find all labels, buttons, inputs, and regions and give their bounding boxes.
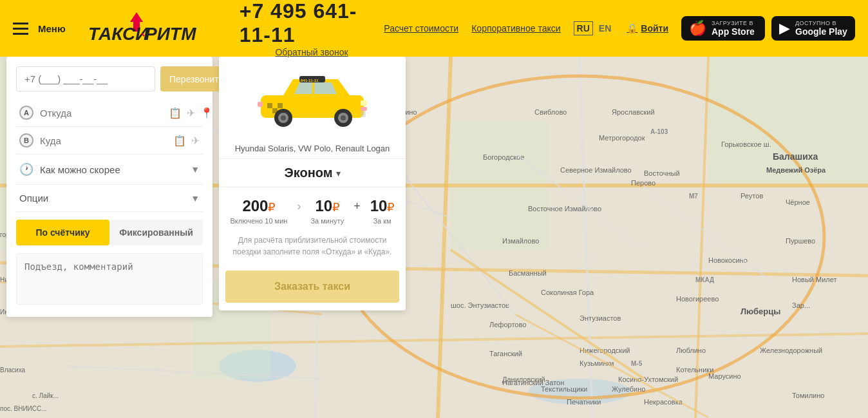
svg-text:641-11-11: 641-11-11 — [301, 79, 319, 82]
tab-fixed[interactable]: Фиксированный — [109, 220, 203, 245]
phone-input-row: Перезвонить — [16, 66, 203, 91]
appstore-sub: Загрузите в — [712, 20, 755, 26]
price-km-rub: ₽ — [387, 201, 394, 214]
time-chevron-icon: ▼ — [191, 164, 200, 175]
pricing-row: 200₽ Включено 10 мин › 10₽ За минуту + 1… — [219, 187, 406, 228]
svg-text:Балашиха: Балашиха — [773, 151, 818, 162]
apple-icon: 🍎 — [689, 20, 706, 37]
from-icons: 📋 ✈ 📍 — [169, 107, 213, 119]
car-class-row[interactable]: Эконом ▾ — [219, 159, 406, 187]
header-right: Расчет стоимости Корпоративное такси RU … — [384, 16, 855, 41]
tariff-tabs: По счётчику Фиксированный — [16, 220, 203, 245]
nav-cost-calc[interactable]: Расчет стоимости — [384, 23, 458, 33]
hamburger-menu[interactable] — [13, 23, 28, 35]
svg-text:Зар...: Зар... — [792, 301, 810, 309]
svg-text:ТАКСИ: ТАКСИ — [88, 24, 149, 44]
svg-text:с. Лайк...: с. Лайк... — [32, 392, 59, 399]
clipboard-icon[interactable]: 📋 — [169, 107, 182, 119]
svg-text:Новокосино: Новокосино — [708, 256, 748, 264]
app-badges: 🍎 Загрузите в App Store ▶ Доступно в Goo… — [681, 16, 855, 41]
tab-meter[interactable]: По счётчику — [16, 220, 109, 245]
to-plane-icon[interactable]: ✈ — [191, 135, 200, 147]
svg-text:Некрасовка: Некрасовка — [644, 398, 683, 406]
svg-rect-89 — [267, 103, 272, 108]
svg-text:Новогиреево: Новогиреево — [676, 295, 719, 303]
svg-text:М-5: М-5 — [631, 360, 643, 367]
from-input[interactable] — [40, 108, 162, 119]
car-card: 641-11-11 Hyundai Solaris, VW Polo, Rena… — [219, 57, 406, 310]
lang-switcher: RU EN — [574, 21, 614, 35]
nav-corporate[interactable]: Корпоративное такси — [471, 23, 560, 33]
price-min-block: 10₽ За минуту — [310, 197, 344, 225]
svg-rect-97 — [258, 102, 263, 107]
svg-text:Басманный: Басманный — [509, 269, 547, 277]
googleplay-badge[interactable]: ▶ Доступно в Google Play — [771, 16, 855, 41]
svg-text:шос. Энтузиастов: шос. Энтузиастов — [451, 301, 509, 309]
svg-text:Богородское: Богородское — [483, 153, 524, 161]
phone-input[interactable] — [16, 66, 155, 91]
svg-text:Жулебино: Жулебино — [612, 385, 645, 393]
googleplay-name: Google Play — [795, 26, 847, 37]
options-row[interactable]: Опции ▼ — [16, 185, 203, 212]
car-image-area: 641-11-11 — [219, 57, 406, 140]
header: Меню ТАКСИ РИТМ +7 495 641-11-11 Обратны… — [0, 0, 868, 57]
svg-text:Реутов: Реутов — [741, 192, 763, 200]
price-km-desc: За км — [370, 217, 395, 225]
order-button[interactable]: Заказать такси — [225, 271, 399, 303]
phone-number[interactable]: +7 495 641-11-11 — [240, 0, 384, 47]
svg-point-88 — [341, 115, 346, 120]
options-chevron-icon: ▼ — [191, 193, 200, 204]
comment-input[interactable] — [16, 253, 203, 305]
callback-link[interactable]: Обратный звонок — [275, 47, 348, 57]
svg-rect-96 — [361, 111, 366, 117]
price-km-block: 10₽ За км — [370, 197, 395, 225]
options-label: Опции — [19, 193, 184, 204]
cost-notice: Для расчёта приблизительной стоимости по… — [219, 228, 406, 267]
svg-text:пос. ВНИИСС...: пос. ВНИИСС... — [0, 405, 47, 412]
to-input[interactable] — [40, 135, 167, 146]
car-class-name: Эконом — [284, 166, 332, 180]
price-min-desc: За минуту — [310, 217, 344, 225]
googleplay-sub: Доступно в — [795, 20, 847, 26]
menu-label: Меню — [38, 23, 66, 34]
svg-text:А-103: А-103 — [650, 128, 668, 135]
svg-text:Чёрное: Чёрное — [786, 198, 810, 206]
login-label: Войти — [641, 23, 668, 33]
svg-text:Новый Милет: Новый Милет — [792, 276, 837, 283]
location-icon[interactable]: 📍 — [200, 107, 213, 119]
svg-text:Медвежий Озёра: Медвежий Озёра — [766, 166, 826, 174]
price-base-desc: Включено 10 мин — [231, 217, 288, 225]
car-models: Hyundai Solaris, VW Polo, Renault Logan — [219, 140, 406, 159]
logo-svg: ТАКСИ РИТМ — [85, 9, 201, 48]
map-container: Балашиха Люберцы Котельники Реутов Яросл… — [0, 57, 868, 418]
to-clipboard-icon[interactable]: 📋 — [173, 135, 186, 147]
plane-icon[interactable]: ✈ — [187, 107, 195, 119]
svg-text:Измайлово: Измайлово — [502, 237, 539, 245]
booking-panel: Перезвонить А 📋 ✈ 📍 В 📋 ✈ 🕐 Как можно ск… — [6, 57, 212, 317]
price-plus: + — [354, 200, 361, 223]
svg-rect-94 — [361, 100, 367, 106]
nav-links: Расчет стоимости Корпоративное такси — [384, 23, 560, 33]
logo: ТАКСИ РИТМ — [85, 9, 201, 48]
svg-text:Ярославский: Ярославский — [612, 108, 655, 116]
svg-text:Власиха: Власиха — [0, 366, 26, 374]
svg-text:Люберцы: Люберцы — [741, 307, 780, 316]
svg-rect-91 — [272, 108, 278, 113]
svg-text:МКАД: МКАД — [695, 276, 714, 283]
svg-text:Косино-Ухтомский: Косино-Ухтомский — [618, 375, 678, 383]
lang-en-button[interactable]: EN — [596, 22, 614, 35]
clock-icon: 🕐 — [19, 162, 33, 176]
login-button[interactable]: 🔒 Войти — [627, 23, 668, 33]
price-base-rub: ₽ — [268, 201, 275, 214]
header-left: Меню ТАКСИ РИТМ — [13, 9, 201, 48]
appstore-badge[interactable]: 🍎 Загрузите в App Store — [681, 16, 765, 41]
svg-text:Восточный: Восточный — [644, 169, 680, 177]
svg-text:Метрогородок: Метрогородок — [599, 134, 645, 142]
price-min-value: 10 — [315, 197, 332, 214]
price-arrow: › — [297, 200, 301, 223]
lang-ru-button[interactable]: RU — [574, 21, 593, 35]
time-row[interactable]: 🕐 Как можно скорее ▼ — [16, 155, 203, 185]
svg-text:Северное Измайлово: Северное Измайлово — [560, 166, 632, 174]
svg-text:Железнодорожный: Железнодорожный — [760, 347, 822, 354]
header-phone: +7 495 641-11-11 Обратный звонок — [240, 0, 384, 57]
